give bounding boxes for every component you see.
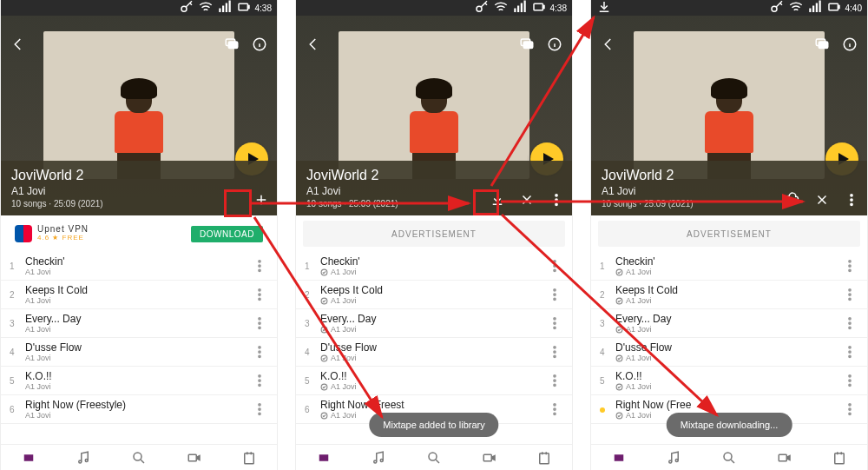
song-more-button[interactable] bbox=[839, 341, 860, 362]
svg-point-17 bbox=[259, 265, 260, 267]
song-row[interactable]: 4 D'usse Flow A1 Jovi bbox=[296, 338, 572, 367]
song-number: 1 bbox=[600, 261, 615, 271]
song-more-button[interactable] bbox=[544, 284, 565, 305]
song-more-button[interactable] bbox=[249, 341, 270, 362]
song-title: Right Now (Freest bbox=[320, 399, 544, 411]
album-meta: JoviWorld 2 A1 Jovi 10 songs · 25:09 (20… bbox=[296, 161, 572, 215]
song-more-button[interactable] bbox=[249, 255, 270, 276]
song-row[interactable]: 5 K.O.!! A1 Jovi bbox=[1, 367, 277, 395]
comments-button[interactable] bbox=[221, 34, 242, 55]
song-row[interactable]: 1 Checkin' A1 Jovi bbox=[591, 252, 867, 281]
signal-icon bbox=[807, 0, 823, 17]
song-row[interactable]: 3 Every... Day A1 Jovi bbox=[296, 309, 572, 338]
nav-library[interactable] bbox=[239, 447, 260, 468]
svg-point-68 bbox=[554, 269, 556, 271]
ad-download-button[interactable]: DOWNLOAD bbox=[191, 226, 263, 242]
nav-search[interactable] bbox=[719, 447, 740, 468]
song-row[interactable]: 5 K.O.!! A1 Jovi bbox=[591, 367, 867, 395]
svg-point-128 bbox=[849, 298, 851, 300]
nav-library[interactable] bbox=[829, 447, 850, 468]
comments-button[interactable] bbox=[516, 34, 537, 55]
nav-music[interactable] bbox=[73, 447, 94, 468]
song-more-button[interactable] bbox=[544, 370, 565, 391]
ad-app-rating: 4.6 ★ FREE bbox=[37, 234, 89, 242]
svg-point-88 bbox=[554, 413, 556, 414]
nav-video[interactable] bbox=[184, 447, 205, 468]
svg-rect-7 bbox=[239, 3, 248, 10]
more-button[interactable] bbox=[841, 189, 862, 210]
song-more-button[interactable] bbox=[544, 313, 565, 334]
nav-music[interactable] bbox=[663, 447, 684, 468]
song-more-button[interactable] bbox=[544, 399, 565, 420]
song-more-button[interactable] bbox=[839, 255, 860, 276]
song-more-button[interactable] bbox=[839, 284, 860, 305]
ad-row[interactable]: Upnet VPN 4.6 ★ FREE DOWNLOAD bbox=[8, 221, 270, 247]
nav-search[interactable] bbox=[424, 447, 444, 468]
battery-icon bbox=[531, 0, 547, 17]
svg-point-18 bbox=[259, 269, 260, 271]
back-button[interactable] bbox=[303, 34, 324, 55]
back-button[interactable] bbox=[598, 34, 619, 55]
nav-home[interactable] bbox=[313, 447, 334, 468]
svg-rect-109 bbox=[838, 6, 839, 9]
nav-home[interactable] bbox=[18, 447, 39, 468]
song-more-button[interactable] bbox=[249, 370, 270, 391]
song-more-button[interactable] bbox=[839, 399, 860, 420]
song-row[interactable]: 6 Right Now (Freestyle) A1 Jovi bbox=[1, 395, 277, 424]
song-row[interactable]: 3 Every... Day A1 Jovi bbox=[591, 309, 867, 338]
svg-point-30 bbox=[259, 384, 260, 386]
info-button[interactable] bbox=[544, 34, 565, 55]
svg-point-138 bbox=[849, 375, 851, 377]
song-more-button[interactable] bbox=[249, 284, 270, 305]
svg-rect-10 bbox=[228, 42, 238, 49]
song-row[interactable]: 1 Checkin' A1 Jovi bbox=[1, 252, 277, 281]
download-button[interactable] bbox=[487, 189, 508, 210]
svg-point-28 bbox=[259, 375, 260, 377]
song-more-button[interactable] bbox=[839, 313, 860, 334]
song-row[interactable]: 4 D'usse Flow A1 Jovi bbox=[1, 338, 277, 367]
svg-point-70 bbox=[554, 289, 556, 291]
back-button[interactable] bbox=[8, 34, 29, 55]
album-title: JoviWorld 2 bbox=[602, 168, 858, 183]
svg-point-135 bbox=[849, 351, 851, 353]
cancel-button[interactable] bbox=[812, 189, 832, 210]
info-button[interactable] bbox=[249, 34, 270, 55]
song-more-button[interactable] bbox=[249, 399, 270, 420]
info-button[interactable] bbox=[839, 34, 860, 55]
song-more-button[interactable] bbox=[839, 370, 860, 391]
more-button[interactable] bbox=[546, 189, 567, 210]
nav-video[interactable] bbox=[774, 447, 795, 468]
comments-button[interactable] bbox=[812, 34, 832, 55]
song-artist: A1 Jovi bbox=[25, 354, 249, 362]
song-row[interactable]: 2 Keeps It Cold A1 Jovi bbox=[591, 281, 867, 309]
song-number: 2 bbox=[10, 290, 25, 300]
song-row[interactable]: 1 Checkin' A1 Jovi bbox=[296, 252, 572, 281]
nav-search[interactable] bbox=[128, 447, 149, 468]
svg-point-124 bbox=[849, 269, 851, 271]
song-row[interactable]: 2 Keeps It Cold A1 Jovi bbox=[296, 281, 572, 309]
song-more-button[interactable] bbox=[249, 313, 270, 334]
song-row[interactable]: 2 Keeps It Cold A1 Jovi bbox=[1, 281, 277, 309]
nav-library[interactable] bbox=[534, 447, 555, 468]
nav-home[interactable] bbox=[608, 447, 629, 468]
add-button[interactable] bbox=[251, 189, 272, 210]
svg-point-82 bbox=[554, 375, 556, 377]
nav-video[interactable] bbox=[479, 447, 500, 468]
wifi-icon bbox=[198, 0, 214, 17]
svg-rect-50 bbox=[523, 1, 525, 13]
ad-app-icon bbox=[15, 225, 32, 242]
download-button[interactable] bbox=[782, 189, 803, 210]
svg-point-20 bbox=[259, 294, 260, 295]
nav-music[interactable] bbox=[368, 447, 389, 468]
album-hero: JoviWorld 2 A1 Jovi 10 songs · 25:09 (20… bbox=[591, 16, 867, 215]
song-more-button[interactable] bbox=[544, 255, 565, 276]
song-row[interactable]: 3 Every... Day A1 Jovi bbox=[1, 309, 277, 338]
song-number: 2 bbox=[600, 290, 615, 300]
song-row[interactable]: 5 K.O.!! A1 Jovi bbox=[296, 367, 572, 395]
song-more-button[interactable] bbox=[544, 341, 565, 362]
svg-point-90 bbox=[374, 460, 377, 463]
song-row[interactable]: 4 D'usse Flow A1 Jovi bbox=[591, 338, 867, 367]
svg-point-36 bbox=[86, 459, 89, 461]
status-bar: 4:38 bbox=[296, 0, 572, 16]
cancel-button[interactable] bbox=[516, 189, 537, 210]
